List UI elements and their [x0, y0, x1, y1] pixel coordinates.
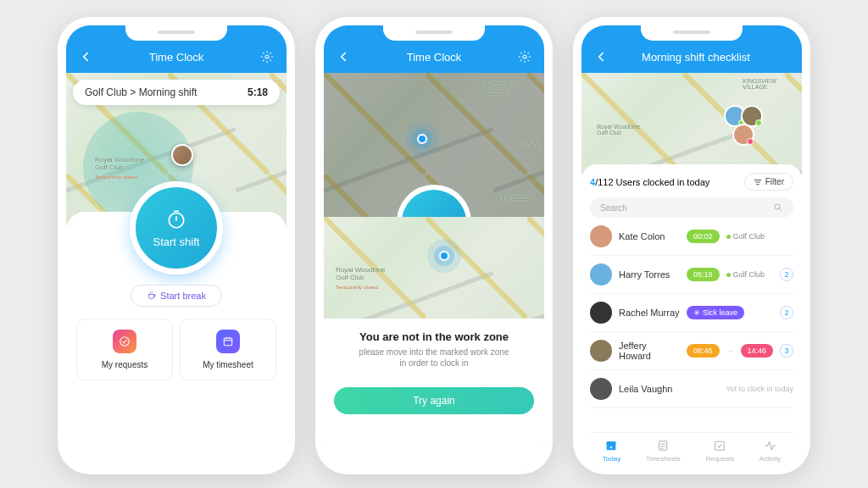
- filter-icon: [754, 178, 762, 186]
- mini-map[interactable]: Royal Woodbine Golf Club Temporarily clo…: [324, 217, 544, 319]
- tab-timesheets[interactable]: Timesheets: [646, 438, 681, 463]
- modal-title: You are not in the work zone: [339, 330, 529, 343]
- start-break-label: Start break: [160, 291, 206, 301]
- back-icon[interactable]: [592, 47, 610, 66]
- user-name: Harry Torres: [619, 269, 680, 280]
- time-badge: 00:02: [687, 230, 720, 243]
- app-header: Morning shift checklist: [581, 25, 802, 73]
- start-shift-label: Start shift: [153, 236, 200, 248]
- user-name: Jeffery Howard: [619, 341, 680, 361]
- map-poi: Royal Woodbine Golf Club: [597, 124, 640, 136]
- avatar: [590, 302, 612, 324]
- timesheets-icon: [655, 438, 670, 453]
- user-row[interactable]: Kate Colon 00:02 Golf Club: [590, 218, 793, 256]
- clocked-in-count: 4/112 Users clocked in today: [590, 177, 709, 187]
- tab-requests[interactable]: Requests: [705, 438, 734, 463]
- activity-icon: [763, 438, 778, 453]
- coffee-icon: [147, 291, 157, 301]
- header-title: Time Clock: [407, 51, 462, 64]
- user-row[interactable]: Harry Torres 05:18 Golf Club 2: [590, 256, 793, 294]
- today-icon: [604, 438, 619, 453]
- location-dot: [417, 134, 427, 144]
- arrow-icon: →: [726, 347, 734, 355]
- map-label-kingsview: KINGSVIEW VILLAGE: [743, 78, 776, 90]
- user-name: Kate Colon: [619, 231, 680, 241]
- app-header: Time Clock: [324, 25, 544, 73]
- map-poi-note: Temporarily closed: [95, 175, 137, 180]
- user-row[interactable]: Jeffery Howard 08:46 → 14:46 3: [590, 332, 793, 370]
- location-text: Golf Club: [726, 270, 765, 279]
- start-button-peek: [397, 185, 471, 217]
- mini-map-note: Temporarily closed: [336, 285, 378, 290]
- svg-point-2: [120, 337, 130, 347]
- tab-bar: Today Timesheets Requests Activity: [590, 432, 793, 466]
- cluster-avatar: [732, 124, 754, 146]
- time-to-badge: 14:46: [741, 344, 774, 358]
- modal-subtitle: please move into the marked work zone in…: [339, 347, 529, 369]
- phone-not-in-zone: Time Clock KINGSVIEW VILLAGE RICHV PRINC…: [315, 17, 553, 474]
- map-dimmed: KINGSVIEW VILLAGE RICHV PRINCESS: [324, 73, 544, 217]
- try-again-button[interactable]: Try again: [334, 387, 534, 414]
- svg-point-4: [523, 55, 526, 58]
- snowflake-icon: [693, 309, 700, 316]
- timesheet-label: My timesheet: [203, 360, 253, 369]
- time-from-badge: 08:46: [687, 344, 720, 358]
- header-spacer: [782, 47, 792, 66]
- map-label-princess: PRINCESS: [498, 194, 532, 202]
- avatar-cluster[interactable]: [729, 105, 763, 127]
- map-label-richview: RICHV: [518, 141, 539, 148]
- user-row[interactable]: Leila Vaughn Yet to clock in today: [590, 370, 793, 408]
- header-title: Morning shift checklist: [642, 51, 750, 64]
- breadcrumb-text: Golf Club > Morning shift: [85, 86, 197, 98]
- count-badge: 2: [780, 306, 793, 319]
- not-in-zone-modal: Royal Woodbine Golf Club Temporarily clo…: [324, 217, 544, 466]
- elapsed-time: 5:18: [248, 86, 268, 98]
- svg-point-5: [775, 204, 780, 209]
- settings-icon[interactable]: [515, 47, 534, 66]
- mini-map-poi: Royal Woodbine Golf Club: [336, 266, 386, 281]
- avatar: [590, 225, 612, 247]
- shift-breadcrumb-pill[interactable]: Golf Club > Morning shift 5:18: [73, 80, 280, 105]
- location-text: Golf Club: [726, 232, 765, 241]
- svg-rect-3: [224, 338, 231, 346]
- bottom-panel: Start shift Start break My requests My: [66, 212, 287, 466]
- user-row[interactable]: Rachel Murray Sick leave 2: [590, 294, 793, 332]
- map-label-kingsview: KINGSVIEW VILLAGE: [481, 81, 519, 97]
- start-break-button[interactable]: Start break: [131, 285, 222, 307]
- requests-icon: [113, 330, 136, 353]
- header-title: Time Clock: [149, 51, 204, 64]
- back-icon[interactable]: [334, 47, 353, 66]
- settings-icon[interactable]: [258, 47, 276, 66]
- map-view[interactable]: KINGSVIEW VILLAGE Royal Woodbine Golf Cl…: [581, 73, 802, 175]
- phone-timeclock-start: Time Clock Golf Club > Morning shift 5:1…: [58, 17, 295, 474]
- my-timesheet-tile[interactable]: My timesheet: [180, 319, 276, 380]
- avatar: [590, 378, 612, 400]
- back-icon[interactable]: [76, 47, 95, 66]
- user-name: Rachel Murray: [619, 308, 680, 318]
- user-list-panel: 4/112 Users clocked in today Filter Sear…: [581, 164, 802, 466]
- user-note: Yet to clock in today: [726, 385, 793, 393]
- start-shift-button[interactable]: Start shift: [130, 181, 223, 274]
- status-badge: Sick leave: [687, 306, 744, 319]
- svg-rect-7: [607, 441, 616, 444]
- svg-point-0: [265, 55, 269, 58]
- requests-icon: [712, 438, 727, 453]
- user-marker[interactable]: [171, 144, 193, 166]
- timesheet-icon: [216, 330, 240, 353]
- try-again-label: Try again: [413, 395, 455, 407]
- avatar: [590, 263, 612, 286]
- time-badge: 05:18: [687, 268, 720, 281]
- my-requests-tile[interactable]: My requests: [76, 319, 173, 380]
- app-header: Time Clock: [66, 25, 287, 73]
- avatar: [590, 340, 612, 362]
- count-badge: 3: [780, 344, 793, 358]
- filter-button[interactable]: Filter: [744, 173, 793, 191]
- stopwatch-icon: [165, 208, 187, 230]
- search-input[interactable]: Search: [590, 197, 793, 218]
- tab-today[interactable]: Today: [603, 438, 620, 463]
- tab-activity[interactable]: Activity: [760, 438, 781, 463]
- user-name: Leila Vaughn: [619, 384, 680, 394]
- requests-label: My requests: [102, 360, 147, 369]
- search-icon: [773, 202, 783, 213]
- count-badge: 2: [780, 268, 793, 281]
